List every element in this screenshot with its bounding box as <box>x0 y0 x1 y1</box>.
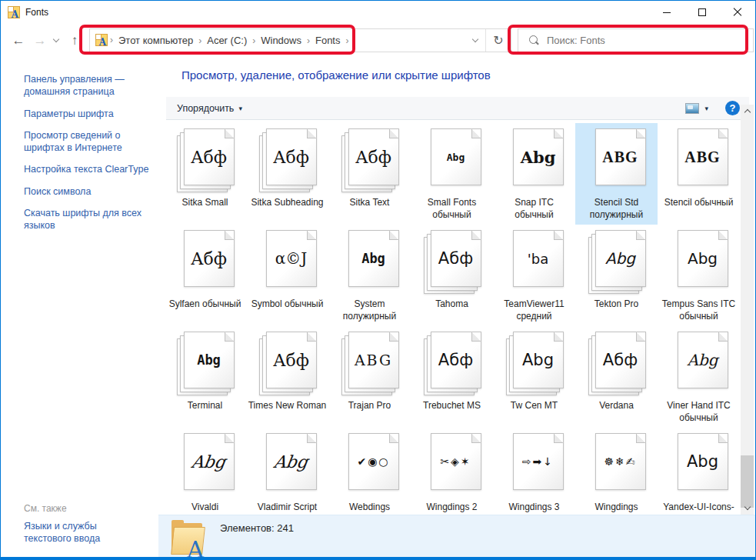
breadcrumb-separator: › <box>343 35 351 46</box>
font-tile[interactable]: Абф Sitka Subheading <box>246 123 328 225</box>
font-file-icon: Abg <box>258 433 317 495</box>
vertical-scrollbar[interactable] <box>741 105 754 515</box>
font-file-icon: Abg <box>670 332 728 393</box>
font-tile[interactable]: Абф Tahoma <box>411 225 493 326</box>
breadcrumb-separator: › <box>196 35 204 46</box>
font-file-icon: Абф <box>258 128 317 190</box>
font-tile[interactable]: 'ba TeamViewer11 средний <box>493 225 575 326</box>
breadcrumb-item[interactable]: Acer (C:) <box>204 35 250 46</box>
recent-locations-button[interactable] <box>50 39 62 42</box>
window-border <box>1 557 755 559</box>
up-button[interactable]: ↑ <box>64 34 85 47</box>
chevron-down-icon <box>472 35 478 42</box>
sidebar-link[interactable]: Просмотр сведений о шрифтах в Интернете <box>24 129 149 155</box>
page-fold-icon <box>307 332 317 342</box>
font-name-label: Snap ITC обычный <box>495 197 574 221</box>
font-tile[interactable]: Абф Verdana <box>575 326 658 428</box>
font-tile[interactable]: Abg Yandex-UI-Icons- <box>658 428 740 512</box>
font-preview-glyph: Абф <box>273 148 309 167</box>
font-file-icon: 'ba <box>505 230 564 292</box>
page-fold-icon <box>636 332 646 342</box>
font-name-label: Vivaldi <box>191 502 218 512</box>
font-tile[interactable]: ABG Trajan Pro <box>328 326 411 428</box>
font-name-label: Sitka Small <box>182 197 228 209</box>
forward-button[interactable]: → <box>30 34 50 47</box>
font-preview-glyph: ✂◈✶ <box>440 455 471 468</box>
font-tile[interactable]: ABG Stencil Std полужирный <box>575 123 658 225</box>
font-tile[interactable]: Абф Sylfaen обычный <box>164 225 246 326</box>
breadcrumb-item[interactable]: Fonts <box>312 35 344 46</box>
page-fold-icon <box>636 230 646 240</box>
font-tile[interactable]: Абф Sitka Text <box>328 123 411 225</box>
status-bar: A Элементов: 241 <box>158 515 755 557</box>
page-fold-icon <box>225 230 235 240</box>
font-name-label: System полужирный <box>331 298 409 322</box>
font-tile[interactable]: Абф Sitka Small <box>164 123 246 225</box>
font-file-icon: Абф <box>423 332 481 393</box>
font-name-label: Yandex-UI-Icons- <box>663 502 734 512</box>
font-tile[interactable]: ⇨➡↓ Wingdings 3 <box>493 428 575 512</box>
font-tile[interactable]: Абф Times New Roman <box>246 326 328 428</box>
close-button[interactable] <box>720 1 755 24</box>
sidebar-link[interactable]: Скачать шрифты для всех языков <box>24 207 149 232</box>
font-preview-glyph: Абф <box>438 249 473 268</box>
font-file-icon: α©J <box>258 230 317 292</box>
sidebar-link[interactable]: Панель управления — домашняя страница <box>24 73 149 98</box>
font-tile[interactable]: Abg Tempus Sans ITC обычный <box>658 225 740 326</box>
change-view-button[interactable]: ▾ <box>685 103 708 114</box>
scroll-up-button[interactable] <box>741 105 754 118</box>
breadcrumb-separator: › <box>250 35 258 46</box>
page-fold-icon <box>718 128 728 138</box>
fonts-app-icon: A <box>8 6 20 18</box>
back-button[interactable]: ← <box>7 34 30 47</box>
font-tile[interactable]: Abg Tw Cen MT <box>493 326 575 428</box>
help-button[interactable]: ? <box>725 101 740 115</box>
font-name-label: Viner Hand ITC обычный <box>660 400 738 424</box>
font-tile[interactable]: ABG Stencil обычный <box>658 123 740 225</box>
minimize-button[interactable] <box>649 1 684 24</box>
font-tile[interactable]: Abg Terminal <box>164 326 246 428</box>
organize-button[interactable]: Упорядочить ▾ <box>177 103 242 114</box>
font-tile[interactable]: Абф Trebuchet MS <box>411 326 493 428</box>
font-preview-glyph: Abg <box>273 452 310 472</box>
font-tile[interactable]: Abg System полужирный <box>328 225 411 326</box>
font-tile[interactable]: ✔◉○ Webdings <box>328 428 411 512</box>
address-dropdown-button[interactable] <box>465 39 485 42</box>
sidebar-link[interactable]: Поиск символа <box>24 185 149 198</box>
font-tile[interactable]: Abg Small Fonts обычный <box>411 123 493 225</box>
maximize-button[interactable] <box>684 1 720 24</box>
maximize-icon <box>698 8 706 16</box>
address-bar[interactable]: A › Этот компьютер› Acer (C:)› Windows› … <box>89 28 511 52</box>
chevron-up-icon <box>744 109 750 115</box>
page-fold-icon <box>554 433 564 443</box>
font-preview-glyph: ABG <box>355 352 392 368</box>
refresh-button[interactable]: ↻ <box>486 33 511 48</box>
font-name-label: Vladimir Script <box>258 502 317 512</box>
font-tile[interactable]: Abg Viner Hand ITC обычный <box>658 326 740 428</box>
font-tile[interactable]: Abg Vladimir Script <box>246 428 328 512</box>
breadcrumb-item[interactable]: Windows <box>258 35 305 46</box>
title-bar: A Fonts <box>1 1 755 24</box>
font-name-label: Tekton Pro <box>594 298 638 311</box>
explorer-window: A Fonts ← → ↑ A › Этот компьютер› Acer (… <box>0 0 756 560</box>
font-tile[interactable]: Abg Vivaldi <box>164 428 246 512</box>
help-icon: ? <box>730 102 736 114</box>
font-tile[interactable]: Abg Snap ITC обычный <box>493 123 575 225</box>
font-preview-glyph: ABG <box>602 148 638 166</box>
font-tile[interactable]: ✂◈✶ Wingdings 2 <box>411 428 493 512</box>
breadcrumb-item[interactable]: Этот компьютер <box>115 35 196 46</box>
sidebar-link[interactable]: Настройка текста ClearType <box>24 163 149 175</box>
font-preview-glyph: ✔◉○ <box>357 455 389 468</box>
page-fold-icon <box>471 433 481 443</box>
font-file-icon: Abg <box>588 230 646 292</box>
font-file-icon: ☸❄✍ <box>588 433 646 495</box>
font-tile[interactable]: ☸❄✍ Wingdings <box>575 428 658 512</box>
sidebar-link[interactable]: Языки и службы текстового ввода <box>24 520 143 545</box>
font-tile[interactable]: Abg Tekton Pro <box>575 225 658 326</box>
forward-icon: → <box>34 33 47 48</box>
font-tile[interactable]: α©J Symbol обычный <box>246 225 328 326</box>
scrollbar-thumb[interactable] <box>741 455 754 508</box>
sidebar-link[interactable]: Параметры шрифта <box>24 108 149 120</box>
search-input[interactable]: Поиск: Fonts <box>518 28 754 52</box>
scroll-down-button[interactable] <box>741 502 754 515</box>
